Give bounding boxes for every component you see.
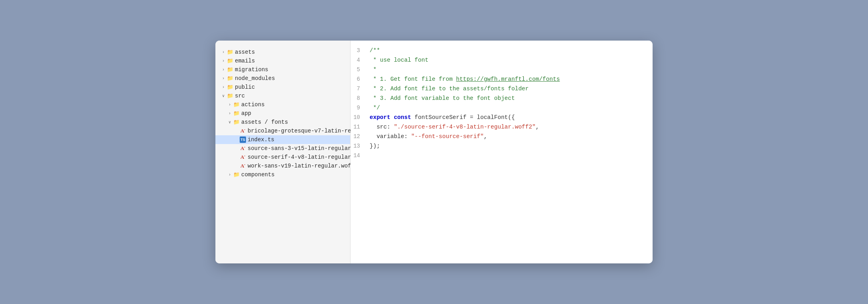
code-line: 4 * use local font [351,57,653,66]
line-content: src: "./source-serif-4-v8-latin-regular.… [370,124,539,130]
code-editor: 3/**4 * use local font5 *6 * 1. Get font… [351,41,653,263]
code-token: */ [370,105,380,111]
line-number: 7 [351,86,370,92]
code-token: https://gwfh.mranftl.com/fonts [456,76,560,82]
sidebar-item-public[interactable]: ›📁public [215,83,350,92]
chevron-icon: › [227,173,233,177]
code-token: "./source-serif-4-v8-latin-regular.woff2… [394,124,536,130]
file-label: emails [234,58,255,64]
line-number: 12 [351,133,370,140]
file-label: public [234,84,255,90]
line-number: 13 [351,143,370,149]
folder-icon: 📁 [227,84,234,90]
chevron-icon: › [220,76,227,81]
folder-icon: 📁 [233,110,240,117]
code-line: 12 variable: "--font-source-serif", [351,133,653,142]
line-content: * [370,66,376,73]
sidebar-item-app[interactable]: ›📁app [215,109,350,118]
code-line: 3/** [351,47,653,57]
file-label: index.ts [246,136,274,143]
file-label: assets [234,49,255,55]
folder-icon: 📁 [233,171,240,178]
code-token: * [370,66,376,73]
chevron-icon: › [220,59,227,63]
line-number: 10 [351,114,370,121]
code-token: localFont [477,114,508,121]
folder-icon: 📁 [227,49,234,55]
font-file-icon: A• [239,163,246,169]
folder-icon: 📁 [227,58,234,64]
line-content: /** [370,47,380,54]
folder-icon: 📁 [227,93,234,99]
file-label: work-sans-v19-latin-regular.woff2 [246,163,358,169]
line-content: }); [370,143,380,149]
line-content: * 3. Add font variable to the font objec… [370,95,515,101]
code-line: 14 [351,152,653,162]
chevron-icon: › [227,111,233,116]
code-token: * 3. Add font variable to the font objec… [370,95,515,101]
sidebar-item-source-sans[interactable]: A•source-sans-3-v15-latin-regular.woff2 [215,144,350,153]
chevron-icon: ∨ [227,120,233,125]
line-content: */ [370,105,380,111]
chevron-icon: › [220,50,227,55]
chevron-icon: › [220,68,227,72]
line-number: 9 [351,105,370,111]
file-label: node_modules [234,75,275,82]
file-label: migrations [234,66,268,73]
folder-icon: 📁 [233,101,240,108]
font-file-icon: A• [239,145,246,152]
sidebar-item-work-sans[interactable]: A•work-sans-v19-latin-regular.woff2 [215,162,350,170]
code-line: 5 * [351,66,653,76]
line-number: 8 [351,95,370,101]
sidebar-item-index-ts[interactable]: TSindex.ts [215,135,350,144]
sidebar-item-src[interactable]: ∨📁src [215,92,350,100]
code-token: /** [370,47,380,54]
code-token: * 2. Add font file to the assets/fonts f… [370,86,529,92]
sidebar-item-source-serif[interactable]: A•source-serif-4-v8-latin-regular.woff2 [215,153,350,162]
folder-icon: 📁 [233,119,240,125]
sidebar-item-node_modules[interactable]: ›📁node_modules [215,74,350,83]
sidebar-item-actions[interactable]: ›📁actions [215,100,350,109]
typescript-icon: TS [239,136,246,143]
code-token: }); [370,143,380,149]
code-token: , [484,133,487,140]
sidebar-item-components[interactable]: ›📁components [215,170,350,179]
code-token: ({ [508,114,515,121]
font-file-icon: A• [239,128,246,134]
sidebar-item-assets[interactable]: ›📁assets [215,48,350,57]
file-label: assets / fonts [240,119,288,125]
code-line: 7 * 2. Add font file to the assets/fonts… [351,85,653,95]
line-content: * 1. Get font file from https://gwfh.mra… [370,76,560,82]
code-line: 6 * 1. Get font file from https://gwfh.m… [351,76,653,85]
file-label: components [240,171,275,178]
chevron-icon: › [227,103,233,107]
sidebar-item-emails[interactable]: ›📁emails [215,57,350,65]
code-line: 13}); [351,142,653,152]
chevron-icon: ∨ [220,94,227,98]
code-token: src: [370,124,394,130]
code-line: 10export const fontSourceSerif = localFo… [351,114,653,123]
code-line: 9 */ [351,104,653,114]
code-token: export const [370,114,411,121]
sidebar-item-assets-fonts[interactable]: ∨📁assets / fonts [215,118,350,127]
code-token: * 1. Get font file from [370,76,456,82]
line-number: 6 [351,76,370,82]
line-number: 14 [351,152,370,159]
file-label: app [240,110,251,117]
code-token: , [536,124,539,130]
sidebar-item-bricolage[interactable]: A•bricolage-grotesque-v7-latin-regular.w… [215,127,350,135]
line-content: variable: "--font-source-serif", [370,133,487,140]
sidebar-item-migrations[interactable]: ›📁migrations [215,65,350,74]
code-line: 8 * 3. Add font variable to the font obj… [351,95,653,104]
line-number: 5 [351,66,370,73]
code-token: "--font-source-serif" [411,133,484,140]
file-tree: ›📁assets›📁emails›📁migrations›📁node_modul… [215,41,351,263]
folder-icon: 📁 [227,75,234,82]
chevron-icon: › [220,85,227,90]
main-window: ›📁assets›📁emails›📁migrations›📁node_modul… [215,41,653,263]
line-number: 11 [351,124,370,130]
file-label: src [234,93,245,99]
code-token: * use local font [370,57,428,63]
line-content: * 2. Add font file to the assets/fonts f… [370,86,529,92]
font-file-icon: A• [239,154,246,160]
